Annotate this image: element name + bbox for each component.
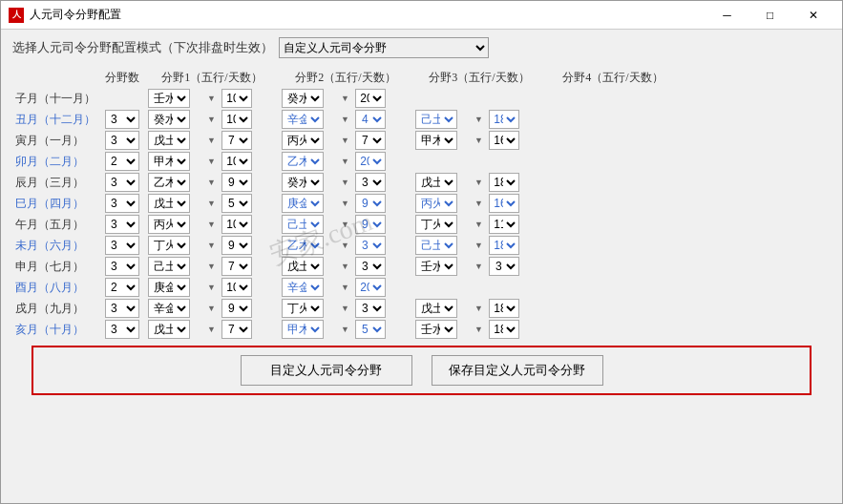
fy2-select[interactable]: 辛金 (282, 110, 324, 129)
fy1-select[interactable]: 戊土 (148, 320, 190, 339)
minimize-button[interactable]: ─ (706, 1, 748, 30)
fy2-select[interactable]: 乙木 (282, 236, 324, 255)
fy1-num-select[interactable]: 9 (221, 299, 252, 318)
fy1-select[interactable]: 丙火 (148, 215, 190, 234)
fy1-num-select[interactable]: 5 (221, 194, 252, 213)
fy3-num-select[interactable]: 18 (489, 173, 519, 192)
fy2-num-select[interactable]: 5 (355, 320, 386, 339)
fy1-num-select[interactable]: 7 (221, 320, 252, 339)
fy1-select[interactable]: 戊土 (148, 194, 190, 213)
sep2 (397, 319, 412, 340)
fy2-select[interactable]: 甲木 (282, 320, 324, 339)
fy3-select[interactable]: 甲木 (415, 131, 457, 150)
fy3-select[interactable]: 戊土 (415, 173, 457, 192)
fy3-num-select[interactable]: 18 (489, 299, 519, 318)
fy3-num-select[interactable]: 18 (489, 236, 519, 255)
row-count: 3 (99, 235, 145, 256)
fy1-num-select[interactable]: 10 (221, 215, 252, 234)
fy1-num-select[interactable]: 10 (221, 152, 252, 171)
fy2-select[interactable]: 乙木 (282, 152, 324, 171)
fy3-num-select[interactable]: 18 (489, 110, 519, 129)
fy1-select[interactable]: 壬水 (148, 89, 190, 108)
customize-button[interactable]: 目定义人元司令分野 (241, 355, 412, 386)
fy2-num-select[interactable]: 20 (355, 89, 386, 108)
count-select[interactable]: 2 (105, 152, 139, 171)
fy2-select[interactable]: 辛金 (282, 278, 324, 297)
fy1-num-select[interactable]: 7 (221, 257, 252, 276)
fy1-select[interactable]: 癸水 (148, 110, 190, 129)
fy2-num-select[interactable]: 3 (355, 236, 386, 255)
header-rowlabel (12, 68, 99, 88)
fy3-num: 18 (486, 298, 531, 319)
fy2-select[interactable]: 己土 (282, 215, 324, 234)
fy2-field: 癸水 (279, 88, 337, 109)
row-label: 辰月（三月） (12, 172, 99, 193)
sep2 (397, 277, 412, 298)
fy3-num-select[interactable]: 16 (489, 131, 519, 150)
fy1-num-select[interactable]: 10 (221, 278, 252, 297)
count-select[interactable]: 2 (105, 278, 139, 297)
count-select[interactable]: 3 (105, 131, 139, 150)
fy3-arrow: ▼ (471, 214, 486, 235)
save-button[interactable]: 保存目定义人元司令分野 (432, 355, 603, 386)
fy1-select[interactable]: 辛金 (148, 299, 190, 318)
fy2-num-select[interactable]: 9 (355, 194, 386, 213)
fy2-num-select[interactable]: 9 (355, 215, 386, 234)
fy1-num-select[interactable]: 9 (221, 236, 252, 255)
fy3-num-select[interactable]: 3 (489, 257, 519, 276)
count-select[interactable]: 3 (105, 194, 139, 213)
count-select[interactable]: 3 (105, 215, 139, 234)
header-fy2: 分野2（五行/天数） (279, 68, 412, 88)
fy3-select[interactable]: 戊土 (415, 299, 457, 318)
sep2 (397, 235, 412, 256)
fy3-num-select[interactable]: 11 (489, 215, 519, 234)
fy2-num-select[interactable]: 4 (355, 110, 386, 129)
fy3-select[interactable]: 己土 (415, 110, 457, 129)
fy3-select[interactable]: 壬水 (415, 320, 457, 339)
sep1 (263, 277, 279, 298)
count-select[interactable]: 3 (105, 110, 139, 129)
count-select[interactable]: 3 (105, 299, 139, 318)
fy1-select[interactable]: 丁火 (148, 236, 190, 255)
fy2-select[interactable]: 戊土 (282, 257, 324, 276)
count-select[interactable]: 3 (105, 236, 139, 255)
fy3-num-select[interactable]: 18 (489, 320, 519, 339)
fy1-num-select[interactable]: 9 (221, 173, 252, 192)
count-select[interactable]: 3 (105, 320, 139, 339)
fy2-select[interactable]: 庚金 (282, 194, 324, 213)
table-row: 巳月（四月）3戊土▼5庚金▼9丙火▼16 (12, 193, 680, 214)
fy1-select[interactable]: 甲木 (148, 152, 190, 171)
row-count: 3 (99, 172, 145, 193)
fy2-num-select[interactable]: 7 (355, 131, 386, 150)
mode-select[interactable]: 自定义人元司令分野 (279, 37, 489, 58)
fy1-select[interactable]: 戊土 (148, 131, 190, 150)
fy3-select[interactable]: 己土 (415, 236, 457, 255)
fy3-num-select[interactable]: 16 (489, 194, 519, 213)
count-select[interactable]: 3 (105, 173, 139, 192)
fy1-arrow: ▼ (203, 298, 219, 319)
fy2-num-select[interactable]: 3 (355, 257, 386, 276)
table-row: 午月（五月）3丙火▼10己土▼9丁火▼11 (12, 214, 680, 235)
fy1-num-select[interactable]: 7 (221, 131, 252, 150)
fy1-select[interactable]: 乙木 (148, 173, 190, 192)
fy1-num-select[interactable]: 10 (221, 89, 252, 108)
sep4 (664, 256, 680, 277)
fy2-select[interactable]: 丁火 (282, 299, 324, 318)
fy2-num-select[interactable]: 3 (355, 173, 386, 192)
fy3-select[interactable]: 壬水 (415, 257, 457, 276)
fy1-select[interactable]: 己土 (148, 257, 190, 276)
fy2-num-select[interactable]: 20 (355, 152, 386, 171)
row-count: 3 (99, 319, 145, 340)
count-select[interactable]: 3 (105, 257, 139, 276)
fy3-select[interactable]: 丁火 (415, 215, 457, 234)
fy2-select[interactable]: 癸水 (282, 173, 324, 192)
fy3-select[interactable]: 丙火 (415, 194, 457, 213)
fy1-select[interactable]: 庚金 (148, 278, 190, 297)
close-button[interactable]: ✕ (791, 1, 834, 30)
fy2-num-select[interactable]: 20 (355, 278, 386, 297)
maximize-button[interactable]: □ (748, 1, 791, 30)
fy2-select[interactable]: 丙火 (282, 131, 324, 150)
fy2-num-select[interactable]: 3 (355, 299, 386, 318)
fy2-select[interactable]: 癸水 (282, 89, 324, 108)
fy1-num-select[interactable]: 10 (221, 110, 252, 129)
